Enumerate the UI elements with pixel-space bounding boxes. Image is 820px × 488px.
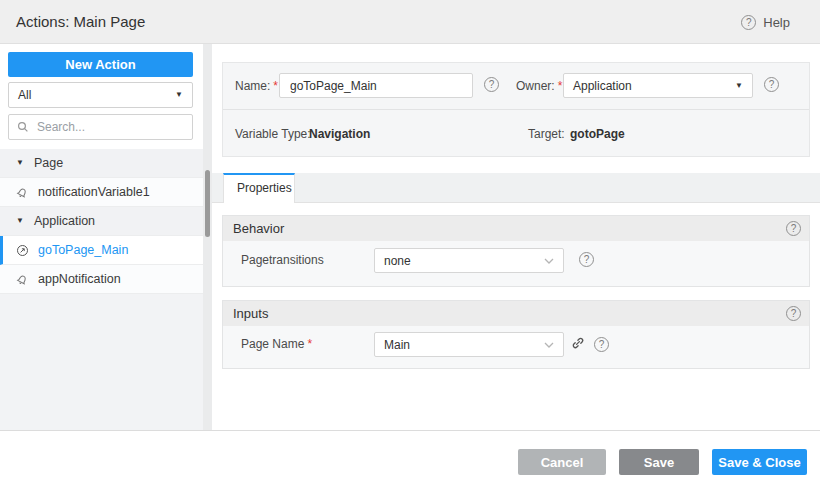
- name-label: Name:*: [235, 79, 278, 93]
- title-bar: Actions: Main Page ? Help: [0, 0, 820, 44]
- chevron-down-icon: [544, 258, 554, 264]
- page-name-value: Main: [384, 338, 410, 352]
- actions-editor-window: Actions: Main Page ? Help New Action All…: [0, 0, 820, 488]
- behavior-section: Behavior ? Pagetransitions none ?: [222, 215, 810, 287]
- chevron-down-icon: [544, 342, 554, 348]
- name-field[interactable]: [279, 73, 473, 98]
- caret-down-icon: ▼: [175, 91, 183, 99]
- behavior-section-title: Behavior: [233, 221, 284, 236]
- tree-item-label: goToPage_Main: [38, 243, 128, 257]
- variable-type-label: Variable Type:: [235, 127, 311, 141]
- tree-item-notificationvariable1[interactable]: notificationVariable1: [0, 178, 203, 207]
- required-marker: *: [558, 79, 563, 93]
- filter-value: All: [18, 88, 31, 102]
- goto-page-icon: [16, 244, 29, 257]
- footer-buttons: Cancel Save Save & Close: [518, 449, 807, 475]
- tree-group-application[interactable]: ▼ Application: [0, 207, 203, 236]
- help-icon[interactable]: ?: [786, 221, 801, 236]
- new-action-button[interactable]: New Action: [8, 52, 193, 77]
- footer-bar: Cancel Save Save & Close: [0, 430, 820, 488]
- link-icon[interactable]: [571, 336, 585, 350]
- sidebar-scrollbar[interactable]: [203, 44, 212, 430]
- inputs-section-header: Inputs ?: [223, 301, 809, 326]
- action-detail-pane: Name:* ? Owner:* Application ▼ ? Variabl…: [212, 44, 820, 430]
- help-icon: ?: [741, 15, 756, 30]
- help-icon[interactable]: ?: [786, 306, 801, 321]
- search-box: [8, 114, 193, 140]
- inputs-section-title: Inputs: [233, 306, 268, 321]
- notification-icon: [16, 186, 29, 199]
- actions-tree: ▼ Page notificationVariable1 ▼ Applicati…: [0, 149, 203, 294]
- caret-down-icon: ▼: [16, 159, 24, 167]
- tree-group-label: Application: [34, 214, 95, 228]
- required-marker: *: [273, 79, 278, 93]
- filter-dropdown[interactable]: All ▼: [8, 82, 193, 108]
- scrollbar-thumb[interactable]: [205, 170, 210, 237]
- help-icon[interactable]: ?: [594, 337, 609, 352]
- target-value: gotoPage: [570, 127, 625, 141]
- tree-item-gotopage-main[interactable]: goToPage_Main: [0, 236, 203, 265]
- pagetransitions-dropdown[interactable]: none: [374, 248, 564, 273]
- tree-item-appnotification[interactable]: appNotification: [0, 265, 203, 294]
- pagetransitions-value: none: [384, 254, 411, 268]
- sidebar-empty-area: [0, 294, 203, 430]
- required-marker: *: [307, 337, 312, 351]
- cancel-button[interactable]: Cancel: [518, 449, 606, 475]
- caret-down-icon: ▼: [16, 217, 24, 225]
- page-title: Actions: Main Page: [16, 0, 145, 44]
- tree-group-page[interactable]: ▼ Page: [0, 149, 203, 178]
- tree-group-label: Page: [34, 156, 63, 170]
- help-icon[interactable]: ?: [484, 77, 499, 92]
- tab-properties[interactable]: Properties: [223, 173, 295, 203]
- help-label: Help: [763, 15, 790, 30]
- save-button[interactable]: Save: [619, 449, 699, 475]
- owner-dropdown[interactable]: Application ▼: [563, 73, 753, 98]
- save-and-close-button[interactable]: Save & Close: [712, 449, 807, 475]
- page-name-dropdown[interactable]: Main: [374, 332, 564, 357]
- inputs-section: Inputs ? Page Name* Main ?: [222, 300, 810, 369]
- search-input[interactable]: [35, 119, 184, 135]
- help-icon[interactable]: ?: [579, 252, 594, 267]
- help-icon[interactable]: ?: [764, 77, 779, 92]
- tab-strip: Properties: [212, 173, 820, 203]
- page-name-label: Page Name*: [241, 337, 312, 351]
- behavior-section-header: Behavior ?: [223, 216, 809, 241]
- caret-down-icon: ▼: [735, 82, 743, 90]
- actions-sidebar: New Action All ▼ ▼ Page notifi: [0, 44, 203, 430]
- tree-item-label: appNotification: [38, 272, 121, 286]
- notification-icon: [16, 273, 29, 286]
- panel-divider: [223, 109, 809, 110]
- help-button[interactable]: ? Help: [741, 0, 790, 44]
- owner-value: Application: [573, 79, 632, 93]
- variable-type-value: Navigation: [309, 127, 370, 141]
- target-label: Target:: [528, 127, 565, 141]
- search-icon: [17, 121, 29, 133]
- owner-label: Owner:*: [516, 79, 562, 93]
- pagetransitions-label: Pagetransitions: [241, 253, 324, 267]
- tree-item-label: notificationVariable1: [38, 185, 150, 199]
- action-summary-panel: Name:* ? Owner:* Application ▼ ? Variabl…: [222, 62, 810, 157]
